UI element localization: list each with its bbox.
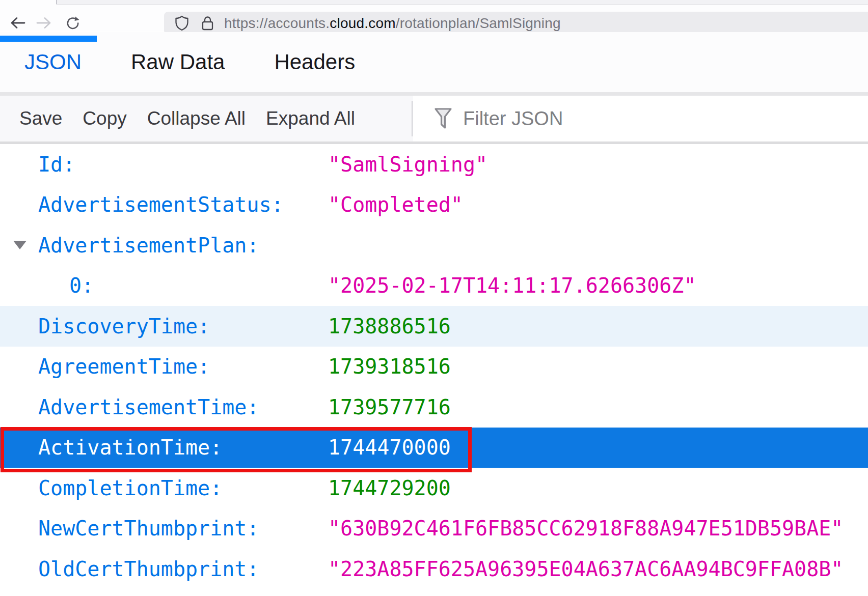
json-key: CompletionTime:	[38, 476, 222, 500]
filter-icon	[433, 106, 453, 131]
viewer-tabbar: JSONRaw DataHeaders	[0, 32, 868, 92]
reload-icon[interactable]	[66, 16, 80, 31]
url-prefix: https://accounts.	[224, 15, 330, 31]
copy-button[interactable]: Copy	[83, 108, 126, 129]
json-tree: Id:"SamlSigning"AdvertisementStatus:"Com…	[0, 144, 868, 589]
json-row-0[interactable]: 0:"2025-02-17T14:11:17.6266306Z"	[0, 266, 868, 306]
json-row-discoverytime[interactable]: DiscoveryTime:1738886516	[0, 306, 868, 347]
collapse-arrow-icon[interactable]	[13, 241, 26, 249]
json-value: "630B92C461F6FB85CC62918F88A947E51DB59BA…	[328, 517, 843, 540]
json-row-activationtime[interactable]: ActivationTime:1744470000	[0, 428, 868, 468]
forward-icon[interactable]	[36, 16, 52, 30]
navigation-bar: https://accounts.cloud.com/rotationplan/…	[0, 5, 868, 32]
json-row-newcertthumbprint[interactable]: NewCertThumbprint:"630B92C461F6FB85CC629…	[0, 508, 868, 549]
json-key: ActivationTime:	[38, 436, 222, 459]
expand-all-button[interactable]: Expand All	[266, 108, 355, 129]
json-value: 1738886516	[328, 315, 451, 338]
json-key: NewCertThumbprint:	[38, 517, 259, 540]
json-key: AgreementTime:	[38, 355, 210, 378]
url-path: /rotationplan/SamlSigning	[396, 15, 561, 31]
json-key: AdvertisementTime:	[38, 395, 259, 419]
collapse-all-button[interactable]: Collapse All	[147, 108, 246, 129]
shield-icon[interactable]	[175, 15, 189, 31]
filter-box[interactable]	[413, 96, 868, 141]
save-button[interactable]: Save	[19, 108, 62, 129]
tab-headers[interactable]: Headers	[274, 50, 355, 74]
viewer-tabbar-border	[0, 92, 868, 96]
json-row-advertisementstatus[interactable]: AdvertisementStatus:"Completed"	[0, 185, 868, 225]
active-browser-tab[interactable]	[0, 0, 56, 5]
json-row-oldcertthumbprint[interactable]: OldCertThumbprint:"223A85FF625A96395E04A…	[0, 549, 868, 589]
lock-icon[interactable]	[201, 15, 214, 31]
browser-window: https://accounts.cloud.com/rotationplan/…	[0, 0, 868, 596]
json-value: "223A85FF625A96395E04A637AC6AA94BC9FFA08…	[328, 557, 843, 581]
tab-json[interactable]: JSON	[24, 50, 82, 74]
json-key: AdvertisementStatus:	[38, 193, 284, 216]
json-key: OldCertThumbprint:	[38, 557, 259, 581]
json-key: 0:	[69, 274, 94, 297]
json-key: DiscoveryTime:	[38, 315, 210, 338]
filter-json-input[interactable]	[462, 107, 868, 130]
json-value: 1739577716	[328, 395, 451, 419]
json-value: "SamlSigning"	[328, 153, 487, 176]
json-row-completiontime[interactable]: CompletionTime:1744729200	[0, 468, 868, 508]
json-value: 1739318516	[328, 355, 451, 378]
url-bar[interactable]: https://accounts.cloud.com/rotationplan/…	[164, 12, 868, 35]
active-tab-indicator	[0, 36, 97, 42]
json-value: "Completed"	[328, 193, 463, 216]
browser-tabstrip	[0, 0, 868, 5]
json-row-advertisementplan[interactable]: AdvertisementPlan:	[0, 225, 868, 266]
url-text[interactable]: https://accounts.cloud.com/rotationplan/…	[224, 15, 561, 32]
json-value: "2025-02-17T14:11:17.6266306Z"	[328, 274, 696, 297]
json-row-agreementtime[interactable]: AgreementTime:1739318516	[0, 347, 868, 387]
url-domain: cloud.com	[330, 15, 395, 31]
toolbar-divider	[412, 101, 413, 136]
json-value: 1744470000	[328, 436, 451, 459]
json-key: AdvertisementPlan:	[38, 234, 259, 257]
json-value: 1744729200	[328, 476, 451, 500]
json-row-advertisementtime[interactable]: AdvertisementTime:1739577716	[0, 387, 868, 428]
json-key: Id:	[38, 153, 75, 176]
back-icon[interactable]	[9, 16, 26, 30]
json-row-id[interactable]: Id:"SamlSigning"	[0, 144, 868, 185]
tab-raw-data[interactable]: Raw Data	[131, 50, 225, 74]
